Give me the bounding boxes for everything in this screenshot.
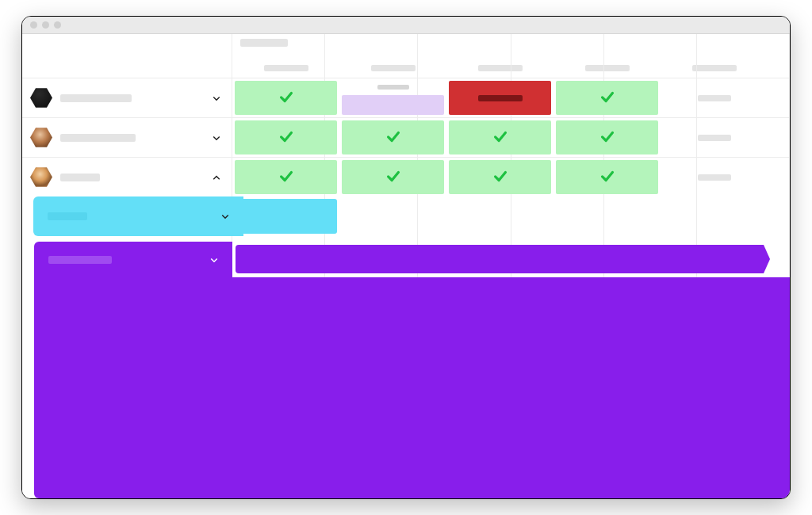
timeline-row bbox=[232, 157, 790, 196]
person-row[interactable] bbox=[22, 117, 232, 157]
timeline-header-group bbox=[232, 34, 790, 58]
check-icon bbox=[385, 167, 402, 187]
group-row-purple bbox=[34, 242, 790, 277]
traffic-light-max[interactable] bbox=[54, 21, 61, 29]
status-cell-ok[interactable] bbox=[342, 120, 444, 154]
status-cell-ok[interactable] bbox=[235, 81, 337, 115]
traffic-light-min[interactable] bbox=[42, 21, 49, 29]
status-cell-ok[interactable] bbox=[235, 120, 337, 154]
col-header[interactable] bbox=[446, 58, 553, 78]
status-cell-error[interactable] bbox=[449, 81, 551, 115]
group-summary-bar[interactable] bbox=[236, 245, 762, 273]
status-label bbox=[478, 95, 523, 101]
chevron-down-icon[interactable] bbox=[211, 93, 222, 104]
chevron-down-icon[interactable] bbox=[211, 132, 222, 143]
timeline-header-cols bbox=[232, 58, 790, 78]
timeline-row bbox=[232, 117, 790, 157]
col-header[interactable] bbox=[232, 58, 339, 78]
chevron-up-icon[interactable] bbox=[211, 172, 222, 183]
group-summary-cell[interactable] bbox=[232, 196, 339, 236]
check-icon bbox=[278, 128, 295, 147]
titlebar bbox=[22, 17, 790, 34]
group-header[interactable] bbox=[34, 242, 232, 277]
avatar bbox=[30, 87, 52, 109]
col-header[interactable] bbox=[553, 58, 661, 78]
chevron-down-icon[interactable] bbox=[220, 211, 231, 222]
person-name bbox=[60, 174, 203, 181]
value-cell[interactable] bbox=[663, 81, 765, 115]
cell-top-label bbox=[342, 81, 444, 93]
app-body bbox=[22, 34, 790, 498]
check-icon bbox=[599, 88, 616, 108]
status-cell-ok[interactable] bbox=[235, 160, 337, 194]
check-icon bbox=[492, 167, 509, 187]
traffic-light-close[interactable] bbox=[30, 21, 37, 29]
check-icon bbox=[278, 167, 295, 187]
status-cell-ok[interactable] bbox=[556, 81, 658, 115]
check-icon bbox=[599, 128, 616, 147]
person-name bbox=[60, 134, 203, 142]
group-row-cyan bbox=[34, 196, 790, 236]
chevron-down-icon[interactable] bbox=[209, 254, 220, 265]
col-header[interactable] bbox=[339, 58, 446, 78]
check-icon bbox=[385, 128, 402, 147]
status-cell-ok[interactable] bbox=[342, 160, 444, 194]
header-group-label bbox=[240, 39, 288, 47]
status-cell-ok[interactable] bbox=[449, 120, 551, 154]
status-cell-split[interactable] bbox=[342, 81, 444, 115]
check-icon bbox=[599, 167, 616, 187]
group-label bbox=[48, 212, 87, 220]
value-cell[interactable] bbox=[663, 160, 765, 194]
status-cell-ok[interactable] bbox=[556, 160, 658, 194]
check-icon bbox=[278, 88, 295, 108]
status-cell-ok[interactable] bbox=[449, 160, 551, 194]
group-label bbox=[48, 256, 112, 264]
group-header[interactable] bbox=[33, 196, 243, 236]
person-name bbox=[60, 94, 203, 102]
avatar bbox=[30, 166, 52, 189]
app-window bbox=[21, 16, 791, 499]
value-cell[interactable] bbox=[663, 120, 765, 154]
group-tasks-purple bbox=[34, 277, 790, 498]
timeline-row bbox=[232, 78, 790, 117]
check-icon bbox=[492, 128, 509, 147]
person-row[interactable] bbox=[22, 157, 232, 196]
avatar bbox=[30, 127, 52, 149]
col-header[interactable] bbox=[661, 58, 768, 78]
person-row[interactable] bbox=[22, 78, 232, 117]
status-cell-ok[interactable] bbox=[556, 120, 658, 154]
cell-bot-label bbox=[342, 95, 444, 115]
